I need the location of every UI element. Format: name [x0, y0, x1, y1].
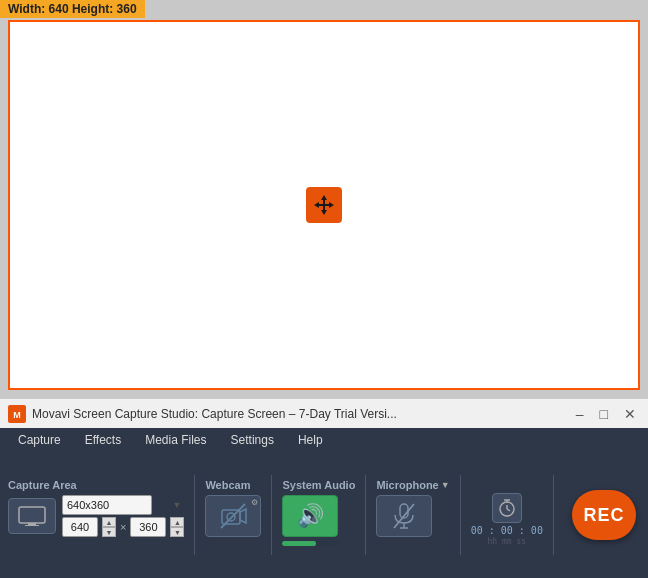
system-audio-section: System Audio 🔊: [272, 475, 366, 555]
height-spinners: ▲ ▼: [170, 517, 184, 537]
capture-area-controls: 640x360 1280x720 1920x1080 ▼ ▲ ▼ ×: [8, 495, 184, 537]
width-spinners: ▲ ▼: [102, 517, 116, 537]
webcam-label: Webcam: [205, 479, 250, 491]
height-input[interactable]: [130, 517, 166, 537]
height-decrement[interactable]: ▼: [170, 527, 184, 537]
dropdown-arrow-icon: ▼: [173, 500, 182, 510]
svg-text:M: M: [13, 410, 21, 420]
size-preset-wrapper[interactable]: 640x360 1280x720 1920x1080 ▼: [62, 495, 184, 515]
menu-media-files[interactable]: Media Files: [135, 431, 216, 449]
capture-area-section: Capture Area 640x360 128: [8, 475, 195, 555]
system-audio-button[interactable]: 🔊: [282, 495, 338, 537]
webcam-controls: ⚙: [205, 495, 261, 537]
width-increment[interactable]: ▲: [102, 517, 116, 527]
timer-section: 00 : 00 : 00 hh mm ss: [461, 475, 554, 555]
webcam-section: Webcam ⚙: [195, 475, 272, 555]
window-title: Movavi Screen Capture Studio: Capture Sc…: [32, 407, 572, 421]
width-decrement[interactable]: ▼: [102, 527, 116, 537]
volume-bar: [282, 541, 338, 546]
dimension-separator: ×: [120, 521, 126, 533]
dimension-badge: Width: 640 Height: 360: [0, 0, 145, 18]
close-button[interactable]: ✕: [620, 407, 640, 421]
timer-sub-label: hh mm ss: [488, 537, 527, 546]
timer-button[interactable]: [492, 493, 522, 523]
canvas-area: [0, 0, 648, 398]
minimize-button[interactable]: –: [572, 407, 588, 421]
svg-rect-8: [19, 507, 45, 523]
screen-capture-button[interactable]: [8, 498, 56, 534]
webcam-button[interactable]: ⚙: [205, 495, 261, 537]
menu-settings[interactable]: Settings: [221, 431, 284, 449]
dimension-inputs-row: ▲ ▼ × ▲ ▼: [62, 517, 184, 537]
toolbar-content: Capture Area 640x360 128: [0, 452, 648, 578]
svg-rect-9: [28, 523, 36, 525]
microphone-label: Microphone: [376, 479, 438, 491]
menu-capture[interactable]: Capture: [8, 431, 71, 449]
volume-fill: [282, 541, 316, 546]
system-audio-controls: 🔊: [282, 495, 338, 546]
title-bar: M Movavi Screen Capture Studio: Capture …: [0, 398, 648, 428]
menu-help[interactable]: Help: [288, 431, 333, 449]
app-icon: M: [8, 405, 26, 423]
system-audio-label: System Audio: [282, 479, 355, 491]
microphone-label-row: Microphone ▼: [376, 479, 449, 491]
svg-rect-5: [316, 204, 332, 206]
capture-frame[interactable]: [8, 20, 640, 390]
capture-area-label: Capture Area: [8, 479, 77, 491]
webcam-settings-icon[interactable]: ⚙: [251, 498, 258, 507]
size-inputs: 640x360 1280x720 1920x1080 ▼ ▲ ▼ ×: [62, 495, 184, 537]
width-input[interactable]: [62, 517, 98, 537]
microphone-button[interactable]: [376, 495, 432, 537]
microphone-controls: [376, 495, 432, 537]
record-button[interactable]: REC: [572, 490, 636, 540]
menu-effects[interactable]: Effects: [75, 431, 131, 449]
height-increment[interactable]: ▲: [170, 517, 184, 527]
menu-bar: Capture Effects Media Files Settings Hel…: [0, 428, 648, 452]
microphone-section: Microphone ▼: [366, 475, 460, 555]
speaker-icon: 🔊: [297, 503, 324, 529]
maximize-button[interactable]: □: [596, 407, 612, 421]
svg-marker-14: [240, 509, 246, 523]
size-preset-dropdown[interactable]: 640x360 1280x720 1920x1080: [62, 495, 152, 515]
microphone-dropdown-arrow[interactable]: ▼: [441, 480, 450, 490]
main-toolbar: Capture Area 640x360 128: [0, 452, 648, 578]
svg-rect-10: [25, 525, 39, 526]
svg-line-21: [507, 509, 510, 511]
timer-display: 00 : 00 : 00: [471, 525, 543, 536]
window-controls: – □ ✕: [572, 407, 640, 421]
move-icon[interactable]: [306, 187, 342, 223]
